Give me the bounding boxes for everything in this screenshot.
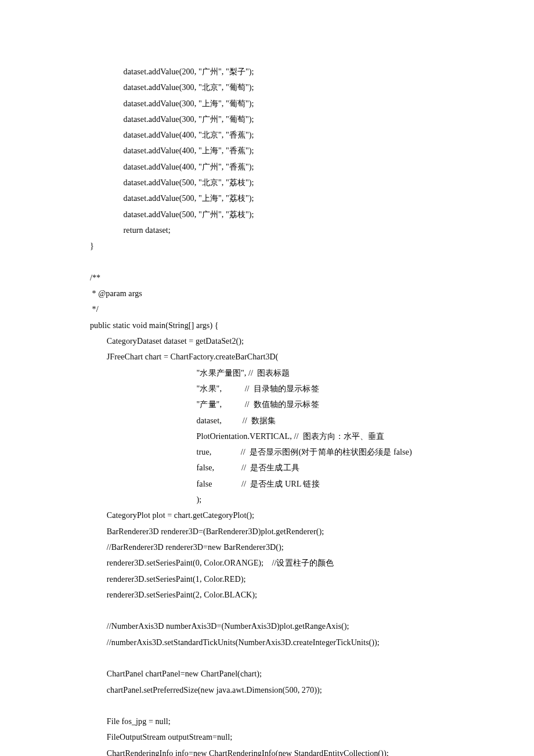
code-block: dataset.addValue(200, "广州", "梨子"); datas… xyxy=(0,0,534,756)
